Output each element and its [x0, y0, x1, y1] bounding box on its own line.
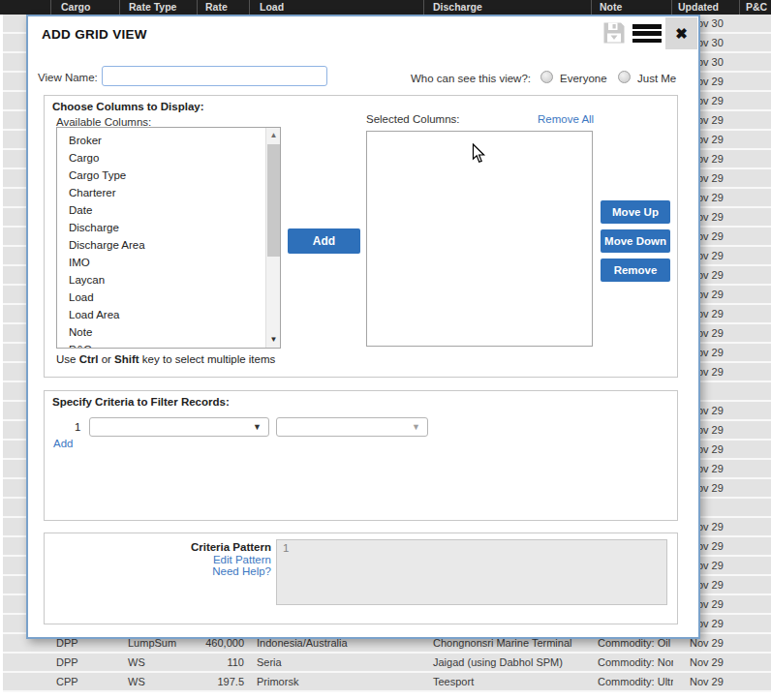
- chevron-down-icon: ▼: [412, 422, 420, 432]
- rate-type-cell: WS: [128, 656, 145, 668]
- note-cell: Commodity: Nor: [598, 656, 673, 668]
- add-criteria-link[interactable]: Add: [53, 438, 73, 449]
- updated-cell: Nov 29: [690, 656, 724, 668]
- choose-columns-title: Choose Columns to Display:: [52, 101, 204, 112]
- list-item[interactable]: Date: [57, 201, 280, 219]
- criteria-field-select[interactable]: ▼: [89, 417, 269, 437]
- close-icon[interactable]: ✖: [665, 17, 697, 49]
- list-item[interactable]: Load Area: [57, 306, 280, 323]
- criteria-pattern-label: Criteria Pattern: [141, 541, 271, 554]
- choose-columns-section: Choose Columns to Display: Available Col…: [44, 95, 678, 378]
- load-cell: Primorsk: [257, 676, 298, 687]
- criteria-pattern-textarea[interactable]: [276, 539, 667, 605]
- everyone-radio[interactable]: [540, 71, 553, 83]
- cargo-cell: DPP: [56, 656, 78, 668]
- header-pc[interactable]: P&C: [746, 1, 767, 13]
- view-name-label: View Name:: [38, 72, 98, 83]
- criteria-operator-select[interactable]: ▼: [276, 417, 428, 437]
- justme-label: Just Me: [637, 73, 676, 84]
- add-grid-view-dialog: ADD GRID VIEW ✖ View Name: Who can see t…: [26, 15, 700, 639]
- list-item[interactable]: Broker: [57, 132, 280, 149]
- header-divider: [423, 0, 424, 15]
- view-name-input[interactable]: [102, 66, 327, 86]
- updated-cell: Nov 29: [690, 676, 724, 687]
- discharge-cell: Jaigad (using Dabhol SPM): [433, 656, 563, 668]
- criteria-row-number: 1: [75, 421, 80, 433]
- visibility-label: Who can see this view?:: [411, 73, 531, 84]
- remove-all-link[interactable]: Remove All: [538, 113, 594, 125]
- rate-cell: 197.5: [184, 676, 244, 687]
- header-discharge[interactable]: Discharge: [433, 1, 482, 13]
- header-divider: [197, 0, 198, 15]
- everyone-label: Everyone: [560, 73, 607, 84]
- justme-radio[interactable]: [618, 71, 631, 83]
- edit-pattern-link[interactable]: Edit Pattern: [141, 554, 271, 566]
- save-icon[interactable]: [602, 21, 626, 45]
- move-down-button[interactable]: Move Down: [601, 229, 670, 253]
- available-columns-listbox[interactable]: BrokerCargoCargo TypeChartererDateDischa…: [56, 127, 281, 349]
- header-rate[interactable]: Rate: [205, 1, 228, 13]
- header-divider: [591, 0, 592, 15]
- load-cell: Seria: [257, 656, 282, 668]
- header-updated[interactable]: Updated: [678, 1, 719, 13]
- mouse-cursor: [472, 143, 486, 168]
- criteria-section: Specify Criteria to Filter Records: 1 ▼ …: [44, 390, 678, 521]
- scrollbar[interactable]: ▲ ▼: [265, 128, 280, 348]
- rate-cell: 110: [184, 656, 244, 668]
- discharge-cell: Teesport: [433, 676, 474, 687]
- header-note[interactable]: Note: [600, 1, 622, 13]
- list-item[interactable]: Cargo: [57, 149, 280, 167]
- criteria-title: Specify Criteria to Filter Records:: [52, 396, 230, 408]
- available-columns-items: BrokerCargoCargo TypeChartererDateDischa…: [57, 128, 280, 349]
- grid-column-header: Cargo Rate Type Rate Load Discharge Note…: [0, 0, 771, 15]
- scroll-up-icon[interactable]: ▲: [266, 128, 281, 143]
- move-up-button[interactable]: Move Up: [601, 200, 670, 224]
- header-divider: [739, 0, 740, 15]
- header-divider: [50, 0, 51, 15]
- list-item[interactable]: P&C: [57, 341, 280, 349]
- remove-button[interactable]: Remove: [601, 259, 670, 282]
- scroll-down-icon[interactable]: ▼: [266, 332, 281, 348]
- rate-type-cell: WS: [128, 676, 145, 687]
- list-item[interactable]: Laycan: [57, 271, 280, 289]
- header-divider: [671, 0, 672, 15]
- list-item[interactable]: Discharge: [57, 219, 280, 236]
- menu-icon[interactable]: [632, 24, 662, 43]
- note-cell: Commodity: Ultr: [598, 676, 673, 687]
- header-divider: [119, 0, 120, 15]
- scrollbar-thumb[interactable]: [267, 144, 280, 257]
- list-item[interactable]: IMO: [57, 254, 280, 271]
- header-load[interactable]: Load: [260, 1, 284, 13]
- header-cargo[interactable]: Cargo: [61, 1, 90, 13]
- list-item[interactable]: Charterer: [57, 184, 280, 201]
- multi-select-hint: Use Ctrl or Shift key to select multiple…: [56, 353, 275, 365]
- grid-row[interactable]: DPPWS110SeriaJaigad (using Dabhol SPM)Co…: [3, 654, 771, 673]
- grid-row[interactable]: CPPWS197.5PrimorskTeesportCommodity: Ult…: [3, 673, 771, 692]
- list-item[interactable]: Cargo Type: [57, 167, 280, 184]
- list-item[interactable]: Note: [57, 323, 280, 341]
- add-columns-button[interactable]: Add: [288, 228, 360, 254]
- cargo-cell: CPP: [56, 676, 78, 687]
- list-item[interactable]: Discharge Area: [57, 236, 280, 254]
- selected-columns-label: Selected Columns:: [366, 113, 460, 125]
- criteria-pattern-section: Criteria Pattern Edit Pattern Need Help?: [44, 533, 678, 624]
- header-divider: [249, 0, 250, 15]
- need-help-link[interactable]: Need Help?: [141, 565, 271, 578]
- header-rate-type[interactable]: Rate Type: [129, 1, 176, 13]
- list-item[interactable]: Load: [57, 289, 280, 306]
- chevron-down-icon: ▼: [253, 422, 262, 432]
- dialog-title: ADD GRID VIEW: [42, 27, 147, 42]
